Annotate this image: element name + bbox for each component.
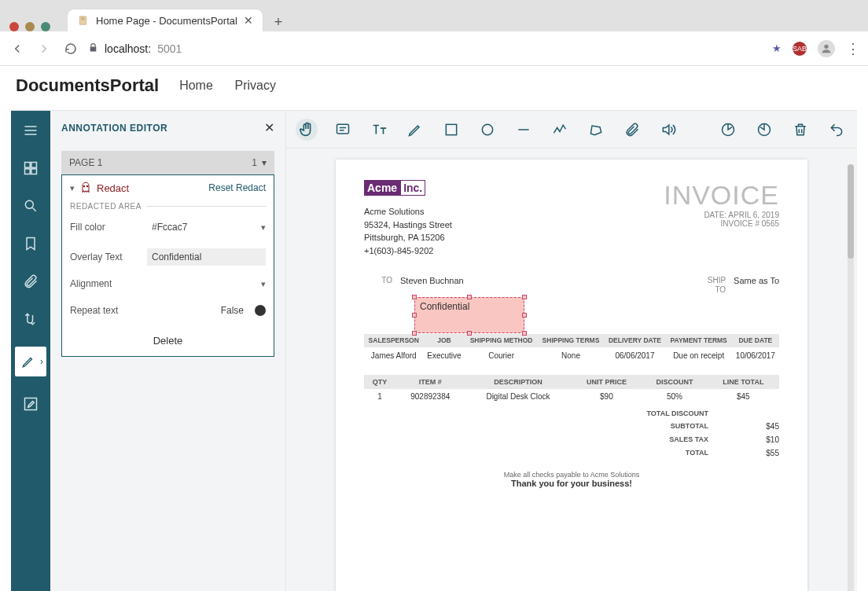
attach-file-icon[interactable] [621, 119, 643, 141]
polygon-tool-icon[interactable] [585, 119, 607, 141]
maximize-window-icon[interactable] [41, 22, 50, 31]
window-controls [9, 19, 61, 31]
invoice-info-table: SALESPERSONJOBSHIPPING METHODSHIPPING TE… [364, 334, 779, 364]
bookmark-ribbon-icon[interactable] [20, 233, 41, 254]
fill-color-row[interactable]: Fill color #Fccac7 ▾ [62, 212, 274, 242]
resize-handle[interactable] [522, 295, 527, 299]
search-icon[interactable] [20, 196, 41, 216]
circle-tool-icon[interactable] [476, 119, 498, 141]
site-brand: DocumentsPortal [16, 75, 159, 96]
attachment-icon[interactable] [20, 271, 41, 292]
svg-rect-0 [79, 17, 86, 25]
fill-color-value: #Fccac7 [147, 218, 255, 236]
annotation-editor-icon[interactable] [15, 347, 46, 376]
nav-home[interactable]: Home [179, 79, 213, 92]
chevron-down-icon: ▾ [261, 279, 266, 289]
invoice-title: INVOICE [664, 180, 779, 211]
resize-handle[interactable] [467, 331, 472, 336]
delete-button[interactable]: Delete [62, 325, 274, 356]
sticky-note-icon[interactable] [332, 119, 354, 141]
repeat-text-value: False [147, 302, 248, 319]
redact-tool-icon[interactable] [717, 119, 739, 141]
svg-point-10 [83, 185, 84, 186]
resize-handle[interactable] [412, 295, 417, 299]
new-tab-button[interactable]: + [269, 13, 288, 31]
sound-tool-icon[interactable] [657, 119, 679, 141]
chevron-down-icon: ▾ [261, 222, 266, 233]
browser-chrome: Home Page - DocumentsPortal ✕ + localhos… [0, 0, 868, 66]
resize-handle[interactable] [467, 295, 472, 299]
reload-button[interactable] [61, 39, 80, 58]
to-name: Steven Buchnan [400, 276, 464, 295]
import-export-icon[interactable] [20, 309, 41, 329]
close-window-icon[interactable] [9, 22, 19, 31]
svg-rect-6 [25, 169, 31, 174]
form-designer-icon[interactable] [20, 394, 41, 414]
overlay-text-label: Overlay Text [70, 251, 141, 262]
resize-handle[interactable] [412, 331, 417, 336]
redact-overlay-text: Confidential [420, 301, 469, 312]
to-label: TO [364, 276, 392, 295]
resize-handle[interactable] [412, 313, 417, 318]
repeat-toggle[interactable] [255, 305, 266, 316]
panel-close-icon[interactable]: ✕ [264, 120, 274, 135]
apply-redact-icon[interactable] [753, 119, 775, 141]
redact-selection[interactable]: Confidential [414, 297, 524, 333]
svg-point-14 [482, 124, 492, 134]
bookmark-icon[interactable]: ★ [772, 42, 782, 54]
page-selector[interactable]: PAGE 1 1▾ [61, 151, 274, 174]
sidebar [11, 111, 50, 591]
square-tool-icon[interactable] [440, 119, 462, 141]
address-bar[interactable]: localhost:5001 [88, 42, 764, 55]
lock-icon [88, 42, 98, 55]
redact-label: Redact [97, 182, 129, 194]
undo-icon[interactable] [826, 119, 848, 141]
collapse-chevron-icon[interactable]: ▾ [70, 183, 75, 193]
close-tab-icon[interactable]: ✕ [244, 14, 253, 27]
browser-tab[interactable]: Home Page - DocumentsPortal ✕ [68, 9, 263, 31]
extension-badge[interactable]: SAB [793, 42, 807, 56]
panel-title: ANNOTATION EDITOR [61, 123, 167, 134]
nav-privacy[interactable]: Privacy [234, 79, 275, 92]
invoice-page: AcmeInc. Acme Solutions 95324, Hastings … [336, 160, 807, 591]
forward-button[interactable] [35, 39, 53, 58]
tab-title: Home Page - DocumentsPortal [96, 15, 237, 27]
thumbnails-icon[interactable] [20, 158, 41, 178]
favicon-icon [77, 14, 90, 27]
scrollbar-thumb[interactable] [848, 164, 854, 259]
redact-card: ▾ Redact Reset Redact REDACTED AREA Fill… [61, 174, 274, 357]
svg-rect-1 [81, 18, 85, 19]
delete-tool-icon[interactable] [789, 119, 811, 141]
redact-ghost-icon [79, 182, 92, 194]
hand-tool-icon[interactable] [296, 119, 318, 141]
line-tool-icon[interactable] [513, 119, 535, 141]
polyline-tool-icon[interactable] [549, 119, 571, 141]
resize-handle[interactable] [522, 331, 527, 336]
back-button[interactable] [8, 39, 27, 58]
overlay-text-value: Confidential [147, 248, 266, 266]
resize-handle[interactable] [522, 313, 527, 318]
document-area[interactable]: AcmeInc. Acme Solutions 95324, Hastings … [286, 149, 857, 591]
thanks-line: Thank you for your business! [364, 479, 779, 488]
shipto-label: SHIPTO [697, 276, 726, 295]
alignment-row[interactable]: Alignment ▾ [62, 272, 274, 296]
invoice-date: DATE: APRIL 6, 2019 [664, 211, 779, 219]
minimize-window-icon[interactable] [25, 22, 35, 31]
browser-menu-icon[interactable]: ⋮ [846, 40, 860, 57]
text-tool-icon[interactable] [368, 119, 390, 141]
profile-avatar[interactable] [818, 40, 835, 57]
page-label: PAGE 1 [69, 157, 102, 168]
company-block: Acme Solutions 95324, Hastings Street Pi… [364, 205, 452, 257]
hamburger-icon[interactable] [20, 120, 41, 141]
svg-rect-5 [31, 163, 37, 168]
scrollbar[interactable] [848, 164, 854, 591]
svg-rect-12 [337, 124, 349, 134]
ink-tool-icon[interactable] [404, 119, 426, 141]
overlay-text-row[interactable]: Overlay Text Confidential [62, 242, 274, 272]
url-port: 5001 [157, 42, 182, 55]
svg-point-3 [824, 44, 828, 48]
reset-redact-button[interactable]: Reset Redact [208, 182, 266, 193]
shipto-value: Same as To [734, 276, 779, 295]
repeat-text-label: Repeat text [70, 305, 141, 316]
repeat-text-row: Repeat text False [62, 296, 274, 325]
